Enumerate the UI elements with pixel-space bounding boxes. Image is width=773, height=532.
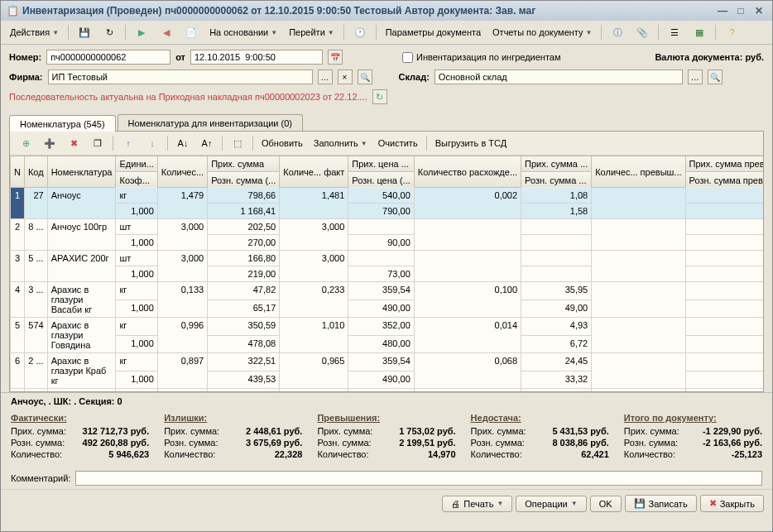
tab-nomenclature[interactable]: Номенклатура (545) <box>9 115 116 132</box>
app-icon: 📋 <box>6 4 19 17</box>
table-row[interactable]: 127Анчоускг1,479798,661,481540,000,0021,… <box>11 188 764 204</box>
gt-pick-icon[interactable]: ⬚ <box>227 134 248 152</box>
tb-list-icon[interactable]: ☰ <box>664 23 685 41</box>
window-title: Инвентаризация (Проведен) пч000000000006… <box>22 5 535 17</box>
firm-open-button[interactable]: 🔍 <box>358 69 372 84</box>
col-qty[interactable]: Количес... <box>157 156 207 188</box>
form-header: Номер: от 📅 Инвентаризация по ингредиент… <box>1 45 772 114</box>
totals-excess: Превышения: Прих. сумма:1 753,02 руб. Ро… <box>317 413 455 461</box>
main-window: 📋 Инвентаризация (Проведен) пч0000000000… <box>0 0 773 532</box>
tab-strip: Номенклатура (545) Номенклатура для инве… <box>1 114 772 131</box>
table-row[interactable]: 5574Арахис в глазури Говядинакг0,996350,… <box>11 318 764 336</box>
main-toolbar: Действия ▼ 💾 ↻ ▶ ◀ 📄 На основании ▼ Пере… <box>1 21 772 45</box>
gt-moveup-icon[interactable]: ↑ <box>118 134 139 152</box>
close-button[interactable]: ✕ <box>751 4 767 17</box>
col-qty-fact[interactable]: Количе... факт <box>280 156 348 188</box>
number-input[interactable] <box>46 50 170 65</box>
col-qty-excess[interactable]: Количес... превыш... <box>592 156 685 188</box>
grid-toolbar: ⊕ ➕ ✖ ❐ ↑ ↓ A↓ A↑ ⬚ Обновить Заполнить ▼… <box>10 132 763 156</box>
tb-refresh-icon[interactable]: ↻ <box>98 23 120 41</box>
firm-clear-button[interactable]: × <box>338 69 353 84</box>
title-bar: 📋 Инвентаризация (Проведен) пч0000000000… <box>1 1 772 21</box>
save-button[interactable]: 💾Записать <box>625 495 697 512</box>
table-row[interactable]: 62 ...Арахис в глазури Краб кгкг0,897322… <box>11 353 764 371</box>
tb-excel-icon[interactable]: ▦ <box>689 23 710 41</box>
tb-unpost-icon[interactable]: ◀ <box>156 23 177 41</box>
table-row[interactable]: 75Арахис в глазури Креветкикг369 101 043… <box>11 389 764 392</box>
actions-menu[interactable]: Действия ▼ <box>6 25 63 40</box>
gt-sort-asc-icon[interactable]: A↓ <box>172 134 194 152</box>
reports-menu[interactable]: Отчеты по документу ▼ <box>488 25 596 40</box>
calendar-button[interactable]: 📅 <box>328 50 343 65</box>
maximize-button[interactable]: □ <box>732 4 749 17</box>
table-row[interactable]: 35 ...АРАХИС 200гшт3,000166,803,000 <box>11 251 764 266</box>
comment-input[interactable] <box>75 471 762 486</box>
print-menu[interactable]: 🖨Печать ▼ <box>442 496 512 512</box>
col-prih-sum-excess[interactable]: Прих. сумма превы... <box>685 156 763 172</box>
totals-area: Фактически: Прих. сумма:312 712,73 руб. … <box>1 410 772 467</box>
gt-fill-menu[interactable]: Заполнить ▼ <box>310 136 372 151</box>
gt-insert-icon[interactable]: ➕ <box>39 134 60 152</box>
totals-document: Итого по документу: Прих. сумма:-1 229,9… <box>624 413 762 461</box>
close-form-button[interactable]: ✖Закрыть <box>700 495 764 512</box>
data-grid[interactable]: N Код Номенклатура Едини... Количес... П… <box>10 156 763 391</box>
col-rozn-sum-excess[interactable]: Розн. сумма превы... <box>685 172 763 188</box>
col-rozn-sum2[interactable]: Розн. сумма ... <box>521 172 592 188</box>
selection-summary: Анчоус, . ШК: . Секция: 0 <box>1 392 772 410</box>
warehouse-label: Склад: <box>399 72 430 82</box>
tb-attach-icon[interactable]: 📎 <box>631 23 653 41</box>
col-nomen[interactable]: Номенклатура <box>47 156 116 188</box>
comment-row: Комментарий: <box>1 467 772 489</box>
grid-area[interactable]: N Код Номенклатура Едини... Количес... П… <box>10 156 763 391</box>
gt-sort-desc-icon[interactable]: A↑ <box>196 134 218 152</box>
gt-export-tsd-button[interactable]: Выгрузить в ТСД <box>431 136 511 151</box>
col-prih-sum2[interactable]: Прих. сумма ... <box>521 156 592 172</box>
tb-info-icon[interactable]: ⓘ <box>607 23 628 41</box>
params-button[interactable]: Параметры документа <box>382 25 485 40</box>
firm-input[interactable] <box>48 69 313 84</box>
gt-copy-icon[interactable]: ❐ <box>87 134 108 152</box>
operations-menu[interactable]: Операции ▼ <box>516 496 586 512</box>
currency-label: Валюта документа: руб. <box>655 52 764 62</box>
tb-post-icon[interactable]: ▶ <box>131 23 152 41</box>
bottom-toolbar: 🖨Печать ▼ Операции ▼ OK 💾Записать ✖Закры… <box>1 489 772 517</box>
warehouse-select-button[interactable]: … <box>688 69 703 84</box>
ok-button[interactable]: OK <box>590 496 622 512</box>
date-input[interactable] <box>190 50 323 65</box>
sequence-refresh-button[interactable]: ↻ <box>372 89 387 104</box>
tb-help-icon[interactable]: ? <box>721 23 742 41</box>
col-rozn-price[interactable]: Розн. цена (... <box>348 172 414 188</box>
col-unit[interactable]: Едини... <box>116 156 157 172</box>
goto-menu[interactable]: Перейти ▼ <box>285 25 338 40</box>
col-qty-diff[interactable]: Количество расхожде... <box>414 156 521 188</box>
col-prih-sum[interactable]: Прих. сумма <box>208 156 280 172</box>
table-row[interactable]: 28 ...Анчоус 100гршт3,000202,503,000 <box>11 219 764 235</box>
gt-clear-button[interactable]: Очистить <box>374 136 422 151</box>
by-ingredients-checkbox[interactable]: Инвентаризация по ингредиентам <box>402 52 561 63</box>
col-coef[interactable]: Коэф... <box>116 172 157 188</box>
minimize-button[interactable]: — <box>714 4 731 17</box>
gt-movedown-icon[interactable]: ↓ <box>142 134 163 152</box>
based-on-menu[interactable]: На основании ▼ <box>205 25 281 40</box>
col-prih-price[interactable]: Прих. цена ... <box>348 156 414 172</box>
tab-nomenclature-inv[interactable]: Номенклатура для инвентаризации (0) <box>118 114 303 131</box>
comment-label: Комментарий: <box>11 473 70 483</box>
tab-panel: ⊕ ➕ ✖ ❐ ↑ ↓ A↓ A↑ ⬚ Обновить Заполнить ▼… <box>9 131 764 392</box>
col-rozn-sum[interactable]: Розн. сумма (... <box>208 172 280 188</box>
sequence-status: Последовательность актуальна на Приходна… <box>9 92 367 102</box>
warehouse-open-button[interactable]: 🔍 <box>708 69 723 84</box>
col-code[interactable]: Код <box>24 156 47 188</box>
firm-select-button[interactable]: … <box>318 69 333 84</box>
totals-shortage: Недостача: Прих. сумма:5 431,53 руб. Роз… <box>471 413 609 461</box>
table-row[interactable]: 43 ...Арахис в глазури Васаби кгкг0,1334… <box>11 282 764 300</box>
totals-surplus: Излишки: Прих. сумма:2 448,61 руб. Розн.… <box>164 413 302 461</box>
gt-delete-icon[interactable]: ✖ <box>63 134 84 152</box>
col-n[interactable]: N <box>11 156 25 188</box>
tb-copy-icon[interactable]: 📄 <box>180 23 202 41</box>
tb-save-icon[interactable]: 💾 <box>74 23 95 41</box>
firm-label: Фирма: <box>9 72 43 82</box>
gt-add-icon[interactable]: ⊕ <box>15 134 36 152</box>
gt-refresh-button[interactable]: Обновить <box>257 136 307 151</box>
tb-clock-icon[interactable]: 🕐 <box>349 23 371 41</box>
warehouse-input[interactable] <box>435 69 683 84</box>
